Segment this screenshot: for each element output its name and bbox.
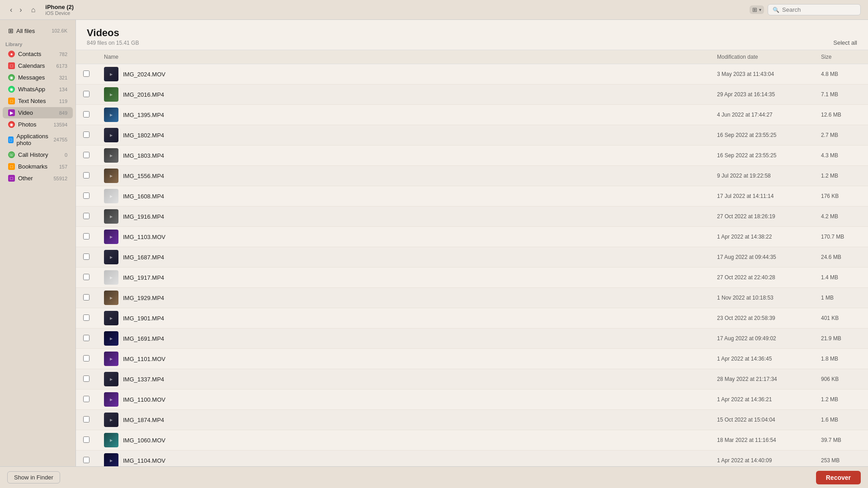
row-checkbox[interactable] <box>83 233 90 239</box>
row-name-cell: ▶ IMG_1608.MP4 <box>97 186 710 206</box>
row-name-cell: ▶ IMG_1101.MOV <box>97 349 710 369</box>
file-thumbnail: ▶ <box>104 108 118 122</box>
row-name-cell: ▶ IMG_1060.MOV <box>97 430 710 450</box>
row-checkbox-cell <box>76 145 97 166</box>
sidebar-item-calendars[interactable]: □ Calendars 6173 <box>3 60 73 71</box>
row-checkbox[interactable] <box>83 70 90 77</box>
recover-button[interactable]: Recover <box>816 471 861 484</box>
row-checkbox[interactable] <box>83 294 90 300</box>
row-checkbox-cell <box>76 206 97 227</box>
sidebar-item-bookmarks[interactable]: □ Bookmarks 157 <box>3 161 73 172</box>
file-thumbnail: ▶ <box>104 453 118 466</box>
forward-button[interactable]: › <box>17 5 24 15</box>
file-thumbnail: ▶ <box>104 392 118 407</box>
row-checkbox[interactable] <box>83 152 90 158</box>
row-checkbox[interactable] <box>83 457 90 463</box>
row-checkbox[interactable] <box>83 416 90 422</box>
file-name: IMG_1687.MP4 <box>123 254 164 261</box>
row-name-cell: ▶ IMG_1104.MOV <box>97 450 710 467</box>
row-checkbox[interactable] <box>83 131 90 138</box>
sidebar-item-appphoto[interactable]: □ Applications photo 24755 <box>3 131 73 149</box>
row-name-cell: ▶ IMG_1917.MP4 <box>97 267 710 288</box>
row-checkbox[interactable] <box>83 253 90 260</box>
row-size-cell: 39.7 MB <box>814 430 868 450</box>
row-name-cell: ▶ IMG_1691.MP4 <box>97 328 710 349</box>
sidebar-item-textnotes[interactable]: □ Text Notes 119 <box>3 95 73 107</box>
messages-icon: ◉ <box>8 74 15 81</box>
file-thumbnail: ▶ <box>104 128 118 142</box>
show-in-finder-button[interactable]: Show in Finder <box>7 471 60 483</box>
row-date-cell: 15 Oct 2022 at 15:04:04 <box>710 410 814 430</box>
file-name: IMG_1917.MP4 <box>123 274 164 281</box>
row-checkbox[interactable] <box>83 396 90 402</box>
sidebar-item-all-files[interactable]: ⊞ All files 102.6K <box>3 24 73 37</box>
file-thumbnail: ▶ <box>104 372 118 386</box>
file-thumbnail: ▶ <box>104 433 118 447</box>
row-checkbox[interactable] <box>83 213 90 219</box>
row-checkbox[interactable] <box>83 192 90 199</box>
row-checkbox[interactable] <box>83 111 90 117</box>
row-date-cell: 1 Nov 2022 at 10:18:53 <box>710 288 814 308</box>
file-name: IMG_1916.MP4 <box>123 213 164 220</box>
sidebar-count-bookmarks: 157 <box>59 164 67 169</box>
sidebar-item-photos[interactable]: ◉ Photos 13594 <box>3 119 73 130</box>
file-name: IMG_1060.MOV <box>123 437 165 444</box>
home-button[interactable]: ⌂ <box>28 5 38 15</box>
sidebar-count-messages: 321 <box>59 75 67 80</box>
device-subtitle: iOS Device <box>45 10 74 16</box>
row-checkbox[interactable] <box>83 436 90 443</box>
row-checkbox-cell <box>76 328 97 349</box>
row-name-cell: ▶ IMG_1687.MP4 <box>97 247 710 267</box>
row-checkbox[interactable] <box>83 91 90 97</box>
nav-buttons: ‹ › <box>7 5 25 15</box>
sidebar-item-messages[interactable]: ◉ Messages 321 <box>3 72 73 83</box>
file-name: IMG_1803.MP4 <box>123 152 164 159</box>
row-size-cell: 2.7 MB <box>814 125 868 145</box>
row-size-cell: 176 KB <box>814 186 868 206</box>
file-name: IMG_1901.MP4 <box>123 315 164 322</box>
file-thumbnail: ▶ <box>104 67 118 81</box>
search-box: 🔍 <box>768 4 861 15</box>
row-checkbox-cell <box>76 64 97 84</box>
row-name-cell: ▶ IMG_1874.MP4 <box>97 410 710 430</box>
column-name: Name <box>97 50 710 64</box>
sidebar-item-other[interactable]: □ Other 55912 <box>3 173 73 184</box>
row-checkbox[interactable] <box>83 172 90 178</box>
table-row: ▶ IMG_1691.MP4 17 Aug 2022 at 09:49:02 2… <box>76 328 868 349</box>
row-checkbox[interactable] <box>83 375 90 382</box>
file-name: IMG_1101.MOV <box>123 356 165 362</box>
main-layout: ⊞ All files 102.6K Library ● Contacts 78… <box>0 20 868 466</box>
sidebar-all-files-label: All files <box>16 28 35 34</box>
file-name: IMG_1395.MP4 <box>123 112 164 118</box>
row-size-cell: 401 KB <box>814 308 868 328</box>
table-row: ▶ IMG_1104.MOV 1 Apr 2022 at 14:40:09 25… <box>76 450 868 467</box>
sidebar-item-callhistory[interactable]: ☏ Call History 0 <box>3 149 73 160</box>
row-checkbox[interactable] <box>83 335 90 341</box>
file-thumbnail: ▶ <box>104 87 118 102</box>
search-input[interactable] <box>782 6 856 13</box>
select-all-button[interactable]: Select all <box>833 39 857 46</box>
sidebar-item-label-video: Video <box>18 109 33 116</box>
sidebar-item-label-other: Other <box>18 175 33 182</box>
view-toggle-button[interactable]: ⊞ ▾ <box>750 5 764 14</box>
row-checkbox[interactable] <box>83 274 90 280</box>
row-checkbox-cell <box>76 84 97 105</box>
back-button[interactable]: ‹ <box>7 5 15 15</box>
row-checkbox-cell <box>76 166 97 186</box>
sidebar-item-contacts[interactable]: ● Contacts 782 <box>3 48 73 60</box>
row-checkbox-cell <box>76 227 97 247</box>
row-checkbox[interactable] <box>83 314 90 321</box>
file-thumbnail: ▶ <box>104 311 118 325</box>
content-header: Videos 849 files on 15.41 GB Select all <box>76 20 868 50</box>
sidebar-item-whatsapp[interactable]: ◉ WhatsApp 134 <box>3 84 73 95</box>
sidebar-all-files-count: 102.6K <box>52 28 67 33</box>
row-checkbox[interactable] <box>83 355 90 361</box>
file-table: Name Modification date Size ▶ IMG_2024.M… <box>76 50 868 466</box>
row-date-cell: 1 Apr 2022 at 14:38:22 <box>710 227 814 247</box>
row-size-cell: 12.6 MB <box>814 105 868 125</box>
sidebar-item-video[interactable]: ▶ Video 849 <box>3 107 73 118</box>
row-date-cell: 27 Oct 2022 at 18:26:19 <box>710 206 814 227</box>
row-name-cell: ▶ IMG_1916.MP4 <box>97 206 710 227</box>
row-checkbox-cell <box>76 389 97 410</box>
row-size-cell: 1.8 MB <box>814 349 868 369</box>
